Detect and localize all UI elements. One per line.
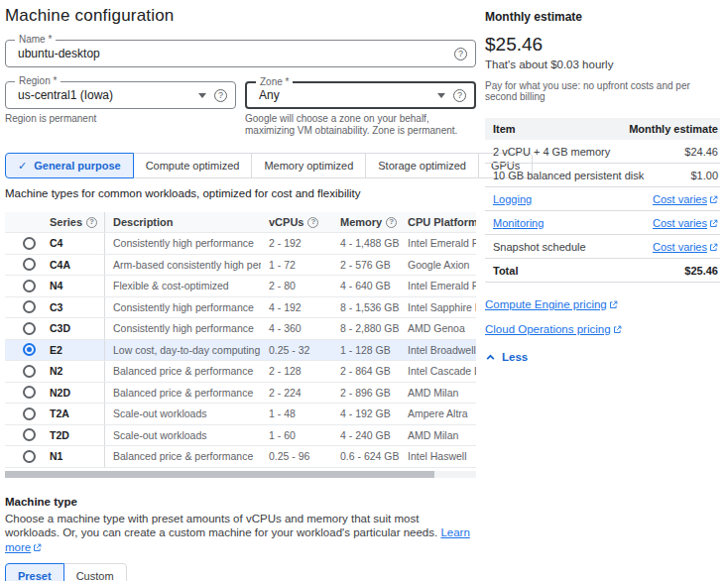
region-value: us-central1 (Iowa) <box>18 88 194 102</box>
page-title: Machine configuration <box>5 6 476 26</box>
tab-custom[interactable]: Custom <box>63 563 127 581</box>
row-radio[interactable] <box>23 450 36 463</box>
row-radio[interactable] <box>23 280 36 292</box>
table-row-t2a[interactable]: T2A Scale-out workloads 1 - 48 4 - 192 G… <box>5 403 476 424</box>
tab-memory-optimized[interactable]: Memory optimized <box>251 153 366 178</box>
vcpus-cell: 4 - 360 <box>261 322 332 334</box>
memory-cell: 8 - 1,536 GB <box>332 301 400 313</box>
series-help-icon[interactable]: ? <box>86 217 97 228</box>
header-series: Series? <box>45 216 104 228</box>
name-help-icon[interactable]: ? <box>454 48 467 60</box>
table-row-t2d[interactable]: T2D Scale-out workloads 1 - 60 4 - 240 G… <box>5 424 476 446</box>
compute-engine-pricing-link[interactable]: Compute Engine pricing <box>485 298 607 310</box>
table-header-row: Series? Description vCPUs? Memory? CPU P… <box>5 212 476 232</box>
series-cell: T2A <box>45 407 104 419</box>
header-vcpus: vCPUs? <box>261 216 332 228</box>
cost-varies-link[interactable]: Cost varies <box>653 241 707 253</box>
row-radio-selected[interactable] <box>23 343 36 356</box>
row-radio[interactable] <box>23 300 36 313</box>
vcpus-cell: 1 - 72 <box>261 259 332 271</box>
table-caption: Machine types for common workloads, opti… <box>5 187 476 199</box>
estimate-row-total: Total $25.46 <box>485 259 720 283</box>
monitoring-link[interactable]: Monitoring <box>493 217 544 229</box>
tab-storage-optimized[interactable]: Storage optimized <box>365 153 479 178</box>
table-row-e2-selected[interactable]: E2 Low cost, day-to-day computing 0.25 -… <box>5 339 476 361</box>
table-row-c4a[interactable]: C4A Arm-based consistently high performa… <box>5 254 476 276</box>
cloud-operations-pricing-link[interactable]: Cloud Operations pricing <box>485 323 611 335</box>
row-radio[interactable] <box>23 365 36 378</box>
memory-cell: 2 - 576 GB <box>332 259 400 271</box>
series-cell: N2D <box>45 387 104 399</box>
vcpus-cell: 1 - 60 <box>261 429 332 441</box>
logging-link[interactable]: Logging <box>493 193 532 205</box>
series-cell: C3D <box>45 322 104 334</box>
series-cell: T2D <box>45 429 104 441</box>
name-field[interactable]: Name * ? <box>5 40 476 67</box>
header-description: Description <box>104 212 261 232</box>
tab-general-purpose[interactable]: ✓ General purpose <box>5 153 134 178</box>
vcpus-cell: 4 - 192 <box>261 301 332 313</box>
cpu-platform-cell: AMD Genoa <box>400 322 476 334</box>
cost-varies-link-wrap: Cost varies <box>653 193 718 205</box>
cost-varies-link-wrap: Cost varies <box>653 217 718 229</box>
machine-type-description: Choose a machine type with preset amount… <box>5 512 473 555</box>
tab-preset[interactable]: Preset <box>5 563 64 581</box>
row-radio[interactable] <box>23 428 36 441</box>
cost-varies-link[interactable]: Cost varies <box>653 217 707 229</box>
name-input[interactable] <box>18 47 454 60</box>
tab-label: Custom <box>76 570 114 581</box>
cpu-platform-cell: Intel Emerald Rapids <box>400 280 476 291</box>
row-radio[interactable] <box>23 407 36 420</box>
zone-help-icon[interactable]: ? <box>453 89 466 102</box>
zone-value: Any <box>259 88 433 102</box>
table-row-n2[interactable]: N2 Balanced price & performance 2 - 128 … <box>5 360 476 382</box>
description-cell: Balanced price & performance <box>104 446 261 467</box>
cpu-platform-cell: Google Axion <box>400 259 476 271</box>
header-label: Memory <box>340 216 382 228</box>
cost-varies-link[interactable]: Cost varies <box>653 193 707 205</box>
vcpus-help-icon[interactable]: ? <box>307 217 318 228</box>
cpu-platform-cell: Intel Sapphire Rapids <box>400 301 476 313</box>
zone-select[interactable]: Zone * Any ? <box>245 81 476 109</box>
external-link-icon <box>33 543 42 552</box>
item-header: Item <box>493 123 516 135</box>
cpu-platform-cell: Intel Emerald Rapids <box>400 237 476 249</box>
table-row-c4[interactable]: C4 Consistently high performance 2 - 192… <box>5 232 476 254</box>
estimate-note: Pay for what you use: no upfront costs a… <box>485 80 720 112</box>
tab-compute-optimized[interactable]: Compute optimized <box>133 153 253 178</box>
table-row-n2d[interactable]: N2D Balanced price & performance 2 - 224… <box>5 382 476 404</box>
memory-help-icon[interactable]: ? <box>386 217 397 228</box>
item-label: Snapshot schedule <box>493 241 586 253</box>
vcpus-cell: 2 - 80 <box>261 280 332 291</box>
table-row-c3d[interactable]: C3D Consistently high performance 4 - 36… <box>5 317 476 339</box>
external-link-icon <box>613 325 622 334</box>
memory-cell: 4 - 640 GB <box>332 280 400 291</box>
region-help-icon[interactable]: ? <box>214 89 227 102</box>
table-row-n4[interactable]: N4 Flexible & cost-optimized 2 - 80 4 - … <box>5 275 476 296</box>
memory-cell: 1 - 128 GB <box>332 344 400 356</box>
table-row-c3[interactable]: C3 Consistently high performance 4 - 192… <box>5 296 476 318</box>
description-cell: Consistently high performance <box>104 233 261 254</box>
header-cpu-platform: CPU Platform <box>400 216 476 228</box>
series-tab-bar: ✓ General purpose Compute optimized Memo… <box>5 153 476 178</box>
less-toggle[interactable]: Less <box>485 351 720 363</box>
region-select[interactable]: Region * us-central1 (Iowa) ? <box>5 81 236 109</box>
estimate-row-logging: Logging Cost varies <box>485 187 720 211</box>
row-radio[interactable] <box>23 258 36 271</box>
machine-configuration-panel: Machine configuration Name * ? Region * … <box>5 6 476 581</box>
row-radio[interactable] <box>23 386 36 399</box>
name-field-label: Name * <box>15 34 56 45</box>
zone-helper-text: Google will choose a zone on your behalf… <box>245 113 476 137</box>
total-value: $25.46 <box>684 265 718 277</box>
table-horizontal-scrollbar[interactable] <box>5 471 476 478</box>
table-row-n1[interactable]: N1 Balanced price & performance 0.25 - 9… <box>5 445 476 467</box>
row-radio[interactable] <box>23 322 36 335</box>
cpu-platform-cell: Intel Cascade Lake <box>400 365 476 377</box>
description-cell: Balanced price & performance <box>104 383 261 404</box>
machine-series-table: Series? Description vCPUs? Memory? CPU P… <box>5 212 476 468</box>
scrollbar-thumb[interactable] <box>5 471 434 478</box>
item-value: $1.00 <box>690 170 718 181</box>
cpu-platform-cell: AMD Milan <box>400 387 476 399</box>
row-radio[interactable] <box>23 237 36 250</box>
zone-field-label: Zone * <box>256 76 293 87</box>
